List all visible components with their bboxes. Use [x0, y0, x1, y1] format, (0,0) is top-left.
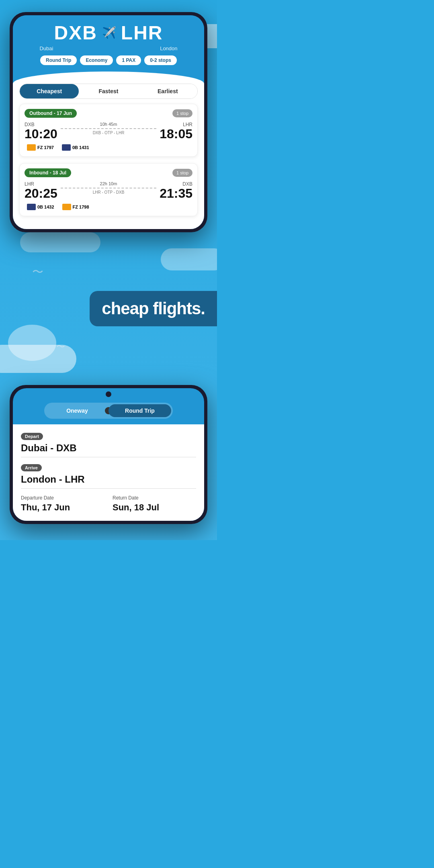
outbound-label-row: Outbound - 17 Jun 1 stop	[25, 109, 192, 118]
tag-stops[interactable]: 0-2 stops	[144, 55, 177, 65]
departure-date-value[interactable]: Thu, 17 Jun	[21, 502, 104, 513]
outbound-depart-time: 10:20	[25, 127, 57, 140]
outbound-destination: LHR 18:05	[160, 122, 192, 140]
tab-earliest[interactable]: Earliest	[138, 84, 197, 98]
phone2-wrapper: Oneway Round Trip Depart Dubai - DXB Arr…	[0, 385, 217, 540]
inbound-badge: Inbound - 18 Jul	[25, 168, 71, 177]
tarom-icon	[62, 144, 71, 151]
arrive-field-group: Arrive London - LHR	[21, 464, 196, 489]
inbound-label-row: Inbound - 18 Jul 1 stop	[25, 168, 192, 177]
flights-area: Outbound - 17 Jun 1 stop DXB 10:20 10h 4…	[13, 104, 204, 229]
origin-city: Dubai	[39, 45, 53, 51]
arrive-label: Arrive	[21, 464, 42, 471]
flydubai-icon-2	[62, 204, 71, 210]
phone2-mockup: Oneway Round Trip Depart Dubai - DXB Arr…	[10, 385, 207, 524]
inbound-airline-1: 0B 1432	[25, 203, 57, 211]
filter-tabs: Cheapest Fastest Earliest	[19, 84, 198, 99]
flight-tags: Round Trip Economy 1 PAX 0-2 stops	[21, 55, 196, 72]
trip-toggle-row: Oneway Round Trip	[13, 399, 204, 424]
tag-round-trip[interactable]: Round Trip	[40, 55, 77, 65]
flydubai-icon	[27, 144, 36, 151]
return-date-label: Return Date	[113, 495, 196, 501]
plane-icon: ✈️	[102, 26, 116, 39]
search-form: Depart Dubai - DXB Arrive London - LHR D…	[13, 424, 204, 521]
dashed-line	[61, 128, 156, 129]
toggle-roundtrip[interactable]: Round Trip	[108, 404, 171, 417]
outbound-route-row: DXB 10:20 10h 45m DXB - OTP - LHR LHR 18…	[25, 122, 192, 140]
outbound-airline-1: FZ 1797	[25, 143, 56, 151]
tag-pax[interactable]: 1 PAX	[116, 55, 141, 65]
outbound-stops: 1 stop	[172, 109, 192, 117]
inbound-flight-1: 0B 1432	[37, 205, 54, 209]
dates-row: Departure Date Thu, 17 Jun Return Date S…	[21, 495, 196, 513]
departure-date-label: Departure Date	[21, 495, 104, 501]
toggle-oneway[interactable]: Oneway	[46, 404, 108, 417]
inbound-stops: 1 stop	[172, 169, 192, 177]
inbound-duration: 22h 10m	[61, 181, 156, 186]
inbound-destination: DXB 21:35	[160, 181, 192, 200]
origin-code: DXB	[54, 22, 97, 44]
dashed-line-2	[61, 188, 156, 188]
destination-code: LHR	[121, 22, 163, 44]
notch-dot	[106, 391, 111, 397]
depart-field-group: Depart Dubai - DXB	[21, 432, 196, 457]
destination-city: London	[160, 45, 177, 51]
depart-value[interactable]: Dubai - DXB	[21, 442, 196, 457]
wave-separator	[13, 72, 204, 84]
outbound-airline-2: 0B 1431	[59, 143, 92, 151]
departure-date-field: Departure Date Thu, 17 Jun	[21, 495, 104, 513]
outbound-card[interactable]: Outbound - 17 Jun 1 stop DXB 10:20 10h 4…	[19, 104, 198, 157]
tab-fastest[interactable]: Fastest	[79, 84, 138, 98]
tag-economy[interactable]: Economy	[80, 55, 113, 65]
inbound-airlines: 0B 1432 FZ 1798	[25, 203, 192, 211]
tagline-badge: cheap flights.	[90, 291, 217, 326]
inbound-card[interactable]: Inbound - 18 Jul 1 stop LHR 20:25 22h 10…	[19, 163, 198, 216]
inbound-route-row: LHR 20:25 22h 10m LHR - OTP - DXB DXB 21…	[25, 181, 192, 200]
outbound-route-middle: 10h 45m DXB - OTP - LHR	[57, 122, 160, 135]
inbound-flight-2: FZ 1798	[73, 205, 89, 209]
airport-cities: Dubai London	[21, 45, 196, 51]
inbound-route-middle: 22h 10m LHR - OTP - DXB	[57, 181, 160, 194]
outbound-route-path: DXB - OTP - LHR	[61, 131, 156, 135]
inbound-route-path: LHR - OTP - DXB	[61, 190, 156, 194]
outbound-flight-1: FZ 1797	[37, 145, 54, 150]
outbound-origin: DXB 10:20	[25, 122, 57, 140]
outbound-flight-2: 0B 1431	[72, 145, 89, 150]
inbound-arrive-time: 21:35	[160, 187, 192, 200]
phone-notch	[13, 388, 204, 399]
phone2-screen: Oneway Round Trip Depart Dubai - DXB Arr…	[13, 388, 204, 521]
inbound-origin: LHR 20:25	[25, 181, 57, 200]
tab-cheapest[interactable]: Cheapest	[20, 84, 79, 98]
middle-section: 〜 〜 cheap flights.	[0, 232, 217, 385]
return-date-field: Return Date Sun, 18 Jul	[113, 495, 196, 513]
arrive-value[interactable]: London - LHR	[21, 474, 196, 489]
trip-toggle: Oneway Round Trip	[44, 403, 173, 419]
outbound-arrive-time: 18:05	[160, 127, 192, 140]
depart-label: Depart	[21, 433, 43, 440]
tabs-container: Cheapest Fastest Earliest	[13, 84, 204, 104]
return-date-value[interactable]: Sun, 18 Jul	[113, 502, 196, 513]
tagline-text: cheap flights.	[102, 299, 205, 318]
inbound-depart-time: 20:25	[25, 187, 57, 200]
tarom-icon-2	[27, 204, 36, 210]
outbound-badge: Outbound - 17 Jun	[25, 109, 77, 118]
flight-header: DXB ✈️ LHR Dubai London Round Trip Econo…	[13, 15, 204, 72]
outbound-duration: 10h 45m	[61, 122, 156, 127]
outbound-airlines: FZ 1797 0B 1431	[25, 143, 192, 151]
inbound-airline-2: FZ 1798	[60, 203, 92, 211]
